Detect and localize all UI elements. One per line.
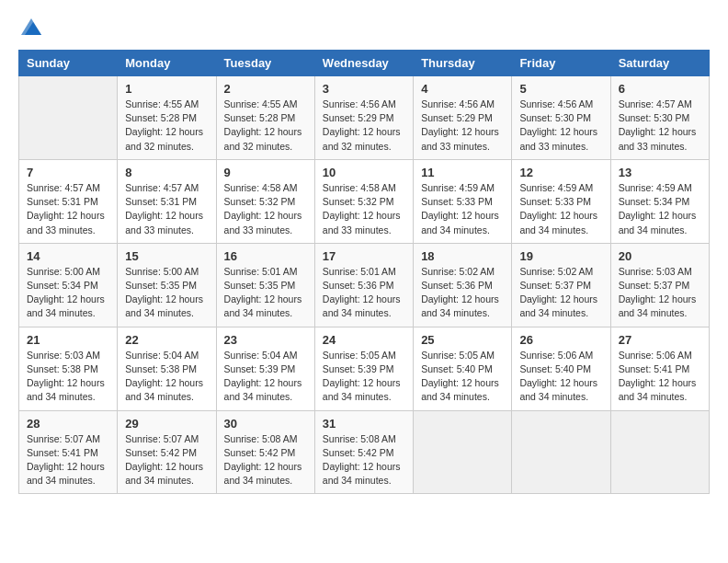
day-info: Sunrise: 4:58 AM Sunset: 5:32 PM Dayligh… [323, 181, 405, 237]
day-info: Sunrise: 4:55 AM Sunset: 5:28 PM Dayligh… [125, 98, 208, 154]
calendar-cell: 31Sunrise: 5:08 AM Sunset: 5:42 PM Dayli… [314, 410, 413, 494]
day-number: 29 [125, 417, 208, 431]
calendar-cell: 10Sunrise: 4:58 AM Sunset: 5:32 PM Dayli… [314, 159, 413, 243]
day-info: Sunrise: 4:57 AM Sunset: 5:31 PM Dayligh… [27, 181, 109, 237]
calendar-cell: 8Sunrise: 4:57 AM Sunset: 5:31 PM Daylig… [118, 159, 216, 243]
calendar-cell: 20Sunrise: 5:03 AM Sunset: 5:37 PM Dayli… [610, 243, 709, 327]
day-number: 14 [27, 249, 109, 263]
day-info: Sunrise: 4:55 AM Sunset: 5:28 PM Dayligh… [224, 98, 307, 154]
calendar-cell: 2Sunrise: 4:55 AM Sunset: 5:28 PM Daylig… [216, 76, 314, 160]
day-number: 5 [519, 82, 602, 96]
day-number: 18 [421, 249, 504, 263]
day-number: 10 [323, 166, 405, 179]
day-info: Sunrise: 4:57 AM Sunset: 5:31 PM Dayligh… [125, 181, 208, 237]
calendar-cell: 16Sunrise: 5:01 AM Sunset: 5:35 PM Dayli… [216, 243, 314, 327]
calendar-week-row: 21Sunrise: 5:03 AM Sunset: 5:38 PM Dayli… [19, 327, 710, 410]
day-info: Sunrise: 5:01 AM Sunset: 5:36 PM Dayligh… [323, 265, 405, 321]
calendar-cell: 22Sunrise: 5:04 AM Sunset: 5:38 PM Dayli… [118, 327, 216, 410]
day-number: 31 [323, 417, 405, 431]
day-info: Sunrise: 5:03 AM Sunset: 5:37 PM Dayligh… [619, 265, 701, 321]
day-info: Sunrise: 4:56 AM Sunset: 5:29 PM Dayligh… [421, 98, 504, 154]
day-info: Sunrise: 5:05 AM Sunset: 5:40 PM Dayligh… [421, 349, 504, 405]
day-number: 1 [125, 82, 208, 96]
day-number: 21 [27, 333, 109, 347]
calendar-cell: 30Sunrise: 5:08 AM Sunset: 5:42 PM Dayli… [216, 410, 314, 494]
header [18, 18, 710, 35]
calendar-cell: 15Sunrise: 5:00 AM Sunset: 5:35 PM Dayli… [118, 243, 216, 327]
calendar-week-row: 28Sunrise: 5:07 AM Sunset: 5:41 PM Dayli… [19, 410, 710, 494]
day-info: Sunrise: 4:57 AM Sunset: 5:30 PM Dayligh… [619, 98, 701, 154]
day-number: 2 [224, 82, 307, 96]
header-friday: Friday [512, 51, 610, 76]
calendar-week-row: 1Sunrise: 4:55 AM Sunset: 5:28 PM Daylig… [19, 76, 710, 160]
calendar-cell: 29Sunrise: 5:07 AM Sunset: 5:42 PM Dayli… [118, 410, 216, 494]
calendar-week-row: 14Sunrise: 5:00 AM Sunset: 5:34 PM Dayli… [19, 243, 710, 327]
calendar-cell: 17Sunrise: 5:01 AM Sunset: 5:36 PM Dayli… [314, 243, 413, 327]
calendar-cell: 9Sunrise: 4:58 AM Sunset: 5:32 PM Daylig… [216, 159, 314, 243]
day-number: 15 [125, 249, 208, 263]
day-number: 24 [323, 333, 405, 347]
logo-blue [18, 18, 41, 35]
day-number: 13 [619, 166, 701, 179]
calendar-cell: 11Sunrise: 4:59 AM Sunset: 5:33 PM Dayli… [414, 159, 512, 243]
calendar-cell: 23Sunrise: 5:04 AM Sunset: 5:39 PM Dayli… [216, 327, 314, 410]
day-number: 8 [125, 166, 208, 179]
day-info: Sunrise: 5:03 AM Sunset: 5:38 PM Dayligh… [27, 349, 109, 405]
day-number: 6 [619, 82, 701, 96]
calendar-cell: 27Sunrise: 5:06 AM Sunset: 5:41 PM Dayli… [610, 327, 709, 410]
day-number: 11 [421, 166, 504, 179]
calendar-cell: 14Sunrise: 5:00 AM Sunset: 5:34 PM Dayli… [19, 243, 118, 327]
day-info: Sunrise: 5:00 AM Sunset: 5:34 PM Dayligh… [27, 265, 109, 321]
calendar-cell: 19Sunrise: 5:02 AM Sunset: 5:37 PM Dayli… [512, 243, 610, 327]
calendar-table: SundayMondayTuesdayWednesdayThursdayFrid… [18, 50, 710, 494]
header-wednesday: Wednesday [314, 51, 413, 76]
calendar-cell: 24Sunrise: 5:05 AM Sunset: 5:39 PM Dayli… [314, 327, 413, 410]
day-info: Sunrise: 4:59 AM Sunset: 5:33 PM Dayligh… [519, 181, 602, 237]
day-info: Sunrise: 5:07 AM Sunset: 5:42 PM Dayligh… [125, 432, 208, 488]
day-info: Sunrise: 4:59 AM Sunset: 5:34 PM Dayligh… [619, 181, 701, 237]
day-number: 28 [27, 417, 109, 431]
day-number: 30 [224, 417, 307, 431]
calendar-cell: 21Sunrise: 5:03 AM Sunset: 5:38 PM Dayli… [19, 327, 118, 410]
calendar-cell: 6Sunrise: 4:57 AM Sunset: 5:30 PM Daylig… [610, 76, 709, 160]
day-number: 23 [224, 333, 307, 347]
day-number: 26 [519, 333, 602, 347]
calendar-cell: 4Sunrise: 4:56 AM Sunset: 5:29 PM Daylig… [414, 76, 512, 160]
logo [18, 18, 41, 35]
day-info: Sunrise: 5:00 AM Sunset: 5:35 PM Dayligh… [125, 265, 208, 321]
header-monday: Monday [118, 51, 216, 76]
calendar-cell: 28Sunrise: 5:07 AM Sunset: 5:41 PM Dayli… [19, 410, 118, 494]
day-info: Sunrise: 5:08 AM Sunset: 5:42 PM Dayligh… [224, 432, 307, 488]
day-number: 9 [224, 166, 307, 179]
header-sunday: Sunday [19, 51, 118, 76]
day-number: 19 [519, 249, 602, 263]
header-thursday: Thursday [414, 51, 512, 76]
header-tuesday: Tuesday [216, 51, 314, 76]
day-info: Sunrise: 5:02 AM Sunset: 5:36 PM Dayligh… [421, 265, 504, 321]
day-info: Sunrise: 5:07 AM Sunset: 5:41 PM Dayligh… [27, 432, 109, 488]
day-number: 7 [27, 166, 109, 179]
day-number: 3 [323, 82, 405, 96]
day-number: 25 [421, 333, 504, 347]
day-number: 4 [421, 82, 504, 96]
logo-icon [21, 18, 41, 35]
calendar-cell [414, 410, 512, 494]
calendar-header-row: SundayMondayTuesdayWednesdayThursdayFrid… [19, 51, 710, 76]
calendar-cell [512, 410, 610, 494]
day-info: Sunrise: 4:58 AM Sunset: 5:32 PM Dayligh… [224, 181, 307, 237]
calendar-cell: 25Sunrise: 5:05 AM Sunset: 5:40 PM Dayli… [414, 327, 512, 410]
calendar-cell: 18Sunrise: 5:02 AM Sunset: 5:36 PM Dayli… [414, 243, 512, 327]
day-number: 16 [224, 249, 307, 263]
calendar-cell: 12Sunrise: 4:59 AM Sunset: 5:33 PM Dayli… [512, 159, 610, 243]
calendar-cell: 26Sunrise: 5:06 AM Sunset: 5:40 PM Dayli… [512, 327, 610, 410]
day-info: Sunrise: 5:01 AM Sunset: 5:35 PM Dayligh… [224, 265, 307, 321]
calendar-cell: 5Sunrise: 4:56 AM Sunset: 5:30 PM Daylig… [512, 76, 610, 160]
day-info: Sunrise: 5:04 AM Sunset: 5:39 PM Dayligh… [224, 349, 307, 405]
calendar-week-row: 7Sunrise: 4:57 AM Sunset: 5:31 PM Daylig… [19, 159, 710, 243]
calendar-cell: 7Sunrise: 4:57 AM Sunset: 5:31 PM Daylig… [19, 159, 118, 243]
day-number: 12 [519, 166, 602, 179]
day-info: Sunrise: 5:02 AM Sunset: 5:37 PM Dayligh… [519, 265, 602, 321]
day-number: 27 [619, 333, 701, 347]
day-info: Sunrise: 5:06 AM Sunset: 5:41 PM Dayligh… [619, 349, 701, 405]
calendar-cell: 1Sunrise: 4:55 AM Sunset: 5:28 PM Daylig… [118, 76, 216, 160]
